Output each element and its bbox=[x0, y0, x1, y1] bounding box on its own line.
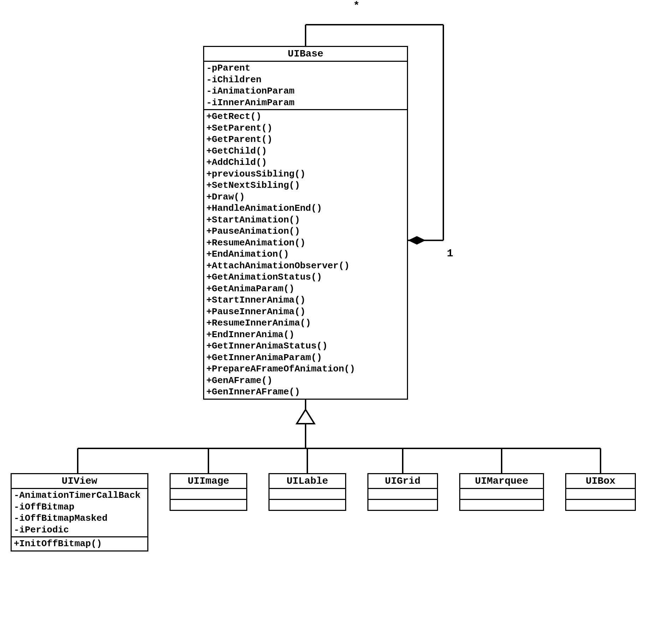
class-attributes: -pParent-iChildren-iAnimationParam-iInne… bbox=[204, 62, 407, 110]
inheritance-arrow-icon bbox=[297, 410, 314, 424]
class-operations: +GetRect()+SetParent()+GetParent()+GetCh… bbox=[204, 110, 407, 399]
class-member: +ResumeAnimation() bbox=[206, 237, 405, 249]
class-operations bbox=[171, 500, 246, 510]
class-title: UIBox bbox=[566, 474, 635, 489]
class-member: +HandleAnimationEnd() bbox=[206, 203, 405, 214]
class-operations bbox=[270, 500, 345, 510]
class-member: +EndInnerAnima() bbox=[206, 329, 405, 341]
class-member: +GenInnerAFrame() bbox=[206, 386, 405, 398]
class-member: +previousSibling() bbox=[206, 168, 405, 180]
class-member: +PrepareAFrameOfAnimation() bbox=[206, 363, 405, 375]
class-member: +GenAFrame() bbox=[206, 375, 405, 387]
class-operations bbox=[566, 500, 635, 510]
class-uibox: UIBox bbox=[565, 473, 636, 511]
class-member: +EndAnimation() bbox=[206, 249, 405, 260]
composition-diamond-icon bbox=[408, 236, 426, 245]
class-member: -iAnimationParam bbox=[206, 85, 405, 97]
class-member: +AddChild() bbox=[206, 157, 405, 168]
class-title: UIView bbox=[12, 474, 147, 489]
class-title: UIMarquee bbox=[460, 474, 543, 489]
class-uiimage: UIImage bbox=[170, 473, 247, 511]
class-attributes bbox=[566, 489, 635, 500]
class-member: +PauseAnimation() bbox=[206, 226, 405, 237]
class-member: -iChildren bbox=[206, 74, 405, 86]
class-member: +GetChild() bbox=[206, 145, 405, 157]
class-operations: +InitOffBitmap() bbox=[12, 537, 147, 550]
class-uiview: UIView -AnimationTimerCallBack-iOffBitma… bbox=[11, 473, 148, 551]
class-member: +GetInnerAnimaStatus() bbox=[206, 340, 405, 352]
class-member: +GetAnimationStatus() bbox=[206, 272, 405, 283]
class-member: -iOffBitmapMasked bbox=[14, 513, 145, 524]
class-attributes: -AnimationTimerCallBack-iOffBitmap-iOffB… bbox=[12, 489, 147, 537]
inheritance-fanout bbox=[78, 400, 601, 473]
class-member: +GetInnerAnimaParam() bbox=[206, 352, 405, 364]
class-title: UIGrid bbox=[368, 474, 437, 489]
class-operations bbox=[460, 500, 543, 510]
class-member: +StartInnerAnima() bbox=[206, 294, 405, 306]
class-member: +Draw() bbox=[206, 191, 405, 203]
class-member: +SetParent() bbox=[206, 123, 405, 134]
class-operations bbox=[368, 500, 437, 510]
class-attributes bbox=[368, 489, 437, 500]
multiplicity-many: * bbox=[353, 0, 360, 12]
multiplicity-one: 1 bbox=[447, 248, 453, 260]
class-attributes bbox=[171, 489, 246, 500]
class-member: -iPeriodic bbox=[14, 524, 145, 536]
class-uilable: UILable bbox=[268, 473, 346, 511]
class-title: UIBase bbox=[204, 47, 407, 62]
class-title: UIImage bbox=[171, 474, 246, 489]
class-uigrid: UIGrid bbox=[367, 473, 438, 511]
class-uimarquee: UIMarquee bbox=[459, 473, 544, 511]
class-member: +SetNextSibling() bbox=[206, 180, 405, 191]
class-member: -iInnerAnimParam bbox=[206, 97, 405, 109]
class-member: +AttachAnimationObserver() bbox=[206, 260, 405, 272]
class-member: +GetAnimaParam() bbox=[206, 283, 405, 295]
class-member: +GetParent() bbox=[206, 134, 405, 145]
class-member: +ResumeInnerAnima() bbox=[206, 317, 405, 329]
class-attributes bbox=[460, 489, 543, 500]
class-attributes bbox=[270, 489, 345, 500]
class-member: +InitOffBitmap() bbox=[14, 538, 145, 550]
class-uibase: UIBase -pParent-iChildren-iAnimationPara… bbox=[203, 46, 408, 400]
class-member: -iOffBitmap bbox=[14, 501, 145, 513]
class-member: -AnimationTimerCallBack bbox=[14, 490, 145, 501]
class-title: UILable bbox=[270, 474, 345, 489]
class-member: +PauseInnerAnima() bbox=[206, 306, 405, 318]
class-member: +GetRect() bbox=[206, 111, 405, 123]
class-member: +StartAnimation() bbox=[206, 214, 405, 226]
class-member: -pParent bbox=[206, 62, 405, 74]
